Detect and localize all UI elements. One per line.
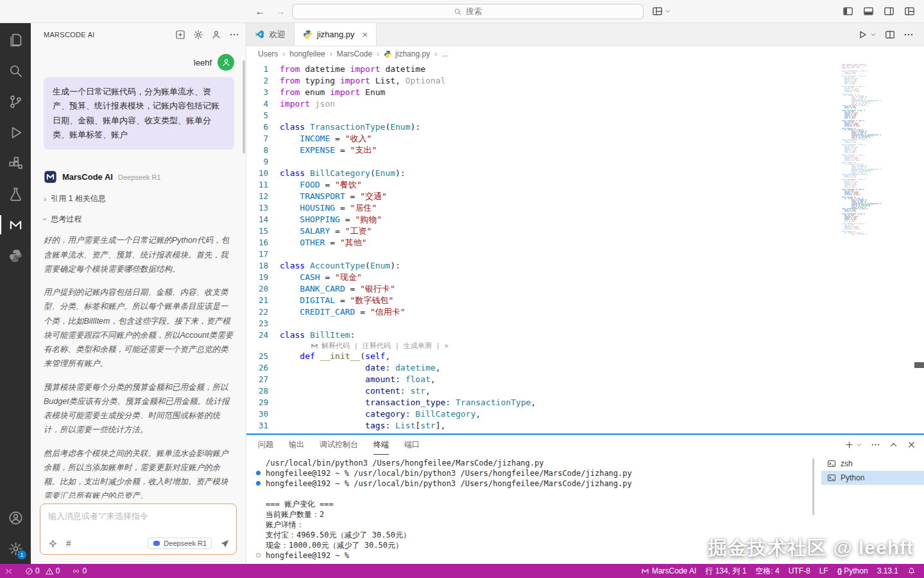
code-line: 10class BillCategory(Enum): [246,168,839,179]
status-ports[interactable]: 0 [67,564,94,578]
chevron-down-icon[interactable] [856,442,862,448]
breadcrumb-separator: › [282,49,285,58]
avatar[interactable] [218,54,234,71]
plus-icon[interactable] [844,440,854,450]
more-icon[interactable] [871,440,880,450]
code-editor[interactable]: 1from datetime import datetime2from typi… [246,62,924,434]
breadcrumb-item[interactable]: jizhang.py [384,49,430,58]
chat-input[interactable]: 输入消息或者"/"来选择指令 # Deepseek R1 [40,504,237,555]
panel-tab-终端[interactable]: 终端 [373,435,389,455]
minimap[interactable] [842,64,914,235]
close-tab-icon[interactable]: × [363,30,368,39]
references-toggle[interactable]: › 引用 1 相关信息 [44,193,234,204]
breadcrumb-item[interactable]: hongfeilee [289,49,325,58]
model-selector-badge[interactable]: Deepseek R1 [148,538,212,549]
panel-tab-调试控制台[interactable]: 调试控制台 [320,435,358,455]
profile-icon [221,58,231,67]
term-icon [827,459,836,468]
panel-tab-问题[interactable]: 问题 [258,435,273,455]
panel-tab-端口[interactable]: 端口 [404,435,420,455]
sidebar-scrollbar[interactable] [243,60,245,153]
terminal-output[interactable]: /usr/local/bin/python3 /Users/hongfeilee… [246,458,814,564]
status-language-mode[interactable]: {}Python [833,564,873,578]
terminal-list-item-Python[interactable]: Python [821,471,924,485]
status-indentation[interactable]: 空格: 4 [751,564,783,578]
forward-button[interactable]: → [275,5,285,18]
user-message-bubble: 生成一个日常记账代码，分为账单流水、资产、预算、统计报表模块，记账内容包括记账日… [44,77,234,150]
thinking-toggle[interactable]: › 思考过程 [44,214,234,225]
line-number: 11 [246,179,280,191]
line-number: 28 [246,385,280,397]
code-line: 32 account: str): [246,432,839,434]
error-icon [25,567,33,575]
activity-item-run-debug[interactable] [0,117,31,148]
breadcrumb-label: jizhang.py [395,49,430,58]
code-lines: 1from datetime import datetime2from typi… [246,64,839,434]
terminal-scrollbar[interactable] [812,459,814,515]
more-icon[interactable] [229,30,239,40]
panel-left-icon[interactable] [843,6,853,17]
breadcrumb-separator: › [330,49,332,58]
close-icon[interactable] [907,440,916,450]
codelens-actions[interactable]: 解释代码 | 注释代码 | 生成单测 | × [321,340,449,352]
code-line: 18class AccountType(Enum): [246,260,839,272]
window-layout-button[interactable] [652,6,671,17]
breadcrumb-item[interactable]: ... [441,49,448,58]
line-number: 1 [246,64,280,75]
panel-tab-输出[interactable]: 输出 [289,435,304,455]
activity-item-python[interactable] [0,240,31,271]
status-remote[interactable] [0,564,21,578]
code-line: 1from datetime import datetime [246,64,839,75]
activity-item-extensions[interactable] [0,148,31,179]
command-pending-dot [256,553,261,557]
back-button[interactable]: ← [255,5,265,18]
python-file-icon [303,30,312,39]
status-marscode-status[interactable]: MarsCode AI [637,564,701,578]
layout-icon[interactable] [904,6,915,17]
status-notifications[interactable] [903,564,920,578]
chat-area: leehf 生成一个日常记账代码，分为账单流水、资产、预算、统计报表模块，记账内… [31,46,246,498]
status-encoding[interactable]: UTF-8 [784,564,815,578]
terminal-line: 支付宝：4969.50元（减少了 30.50元） [266,530,814,540]
tab-欢迎[interactable]: 欢迎 [246,23,295,46]
chevron-up-icon[interactable] [889,440,898,450]
ai-message-header: MarsCode AI Deepseek R1 [44,170,234,184]
sparkle-icon[interactable] [48,539,58,548]
status-cursor-position[interactable]: 行 134, 列 1 [701,564,751,578]
settings-icon[interactable] [193,30,203,40]
activity-item-explorer[interactable] [0,24,31,55]
command-center-search[interactable]: 搜索 [292,4,644,19]
activity-item-marscode[interactable] [0,209,31,240]
activity-item-testing[interactable] [0,179,31,209]
send-icon[interactable] [220,539,230,548]
terminal-list-item-zsh[interactable]: zsh [821,457,924,471]
more-icon[interactable] [903,30,914,40]
chevron-right-icon: › [44,195,46,203]
new-chat-icon[interactable] [175,30,185,40]
breadcrumb-item[interactable]: Users [258,49,278,58]
tab-jizhang.py[interactable]: jizhang.py× [295,23,377,46]
split-editor-icon[interactable] [885,30,895,40]
activity-item-account[interactable] [0,502,31,533]
activity-item-source-control[interactable] [0,86,31,117]
breadcrumb-item[interactable]: MarsCode [337,49,372,58]
terminal-line: hongfeilee@192 ~ % [266,550,814,561]
deepseek-logo-icon [153,539,160,547]
profile-icon[interactable] [211,30,221,40]
command-success-dot [256,471,261,475]
python-file-icon [384,50,392,58]
activity-item-settings[interactable]: 1 [0,533,31,564]
run-icon[interactable] [857,30,868,40]
ai-name: MarsCode AI [62,172,113,182]
status-python-version[interactable]: 3.13.1 [873,564,903,578]
chevron-down-icon[interactable] [870,31,877,38]
code-line: 25 def __init__(self, [246,351,839,362]
status-problems[interactable]: 00 [21,564,67,578]
activity-item-search[interactable] [0,55,31,86]
thinking-paragraph: 用户提到的记账内容包括日期、金额、内容、收支类型、分类、标签和账户。所以每个账单… [44,285,234,371]
panel-right-icon[interactable] [884,6,894,17]
line-number: 18 [246,260,280,272]
status-eol[interactable]: LF [815,564,833,578]
hash-command-button[interactable]: # [66,538,71,548]
panel-bottom-icon[interactable] [863,6,874,17]
